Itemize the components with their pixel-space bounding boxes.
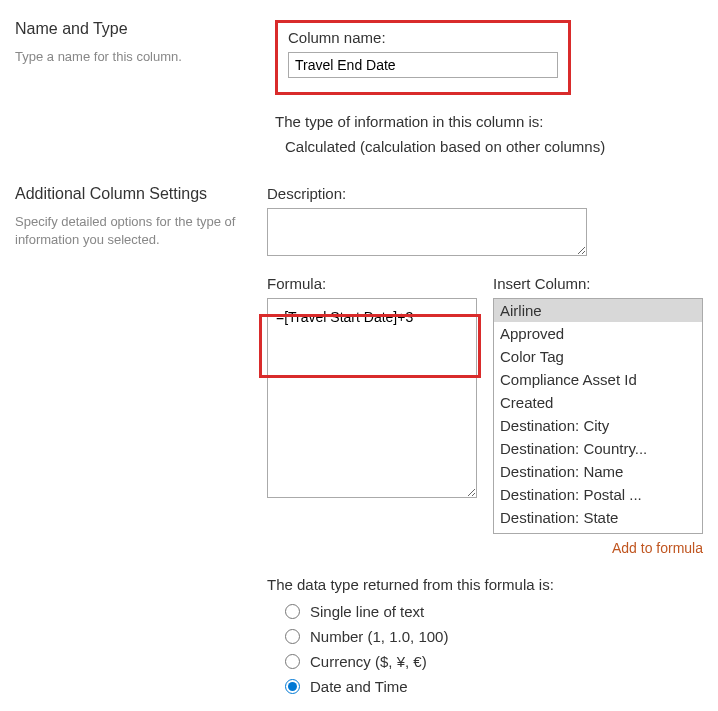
radio-number[interactable]: Number (1, 1.0, 100)	[285, 628, 703, 645]
additional-subtitle: Specify detailed options for the type of…	[15, 213, 247, 249]
column-name-highlight: Column name:	[275, 20, 571, 95]
name-type-subtitle: Type a name for this column.	[15, 48, 255, 66]
radio-currency-label: Currency ($, ¥, €)	[310, 653, 427, 670]
list-item[interactable]: Created	[494, 391, 702, 414]
radio-single-line-input[interactable]	[285, 604, 300, 619]
radio-single-line[interactable]: Single line of text	[285, 603, 703, 620]
datatype-label: The data type returned from this formula…	[267, 576, 703, 593]
formula-label: Formula:	[267, 275, 477, 292]
list-item[interactable]: Approved	[494, 322, 702, 345]
column-name-label: Column name:	[288, 29, 558, 46]
add-to-formula-link[interactable]: Add to formula	[493, 540, 703, 556]
list-item[interactable]: Destination: Country...	[494, 437, 702, 460]
formula-textarea[interactable]	[267, 298, 477, 498]
description-textarea[interactable]	[267, 208, 587, 256]
list-item[interactable]: Color Tag	[494, 345, 702, 368]
list-item[interactable]: Destination: Name	[494, 460, 702, 483]
radio-number-input[interactable]	[285, 629, 300, 644]
insert-column-listbox[interactable]: Airline Approved Color Tag Compliance As…	[493, 298, 703, 534]
additional-title: Additional Column Settings	[15, 185, 247, 203]
list-item[interactable]: Destination: State	[494, 506, 702, 529]
radio-single-line-label: Single line of text	[310, 603, 424, 620]
radio-currency-input[interactable]	[285, 654, 300, 669]
name-type-title: Name and Type	[15, 20, 255, 38]
radio-datetime-label: Date and Time	[310, 678, 408, 695]
description-label: Description:	[267, 185, 703, 202]
list-item[interactable]: Airline	[494, 299, 702, 322]
radio-datetime-input[interactable]	[285, 679, 300, 694]
list-item[interactable]: Destination: Postal ...	[494, 483, 702, 506]
type-info-label: The type of information in this column i…	[275, 113, 703, 130]
radio-datetime[interactable]: Date and Time	[285, 678, 703, 695]
radio-currency[interactable]: Currency ($, ¥, €)	[285, 653, 703, 670]
list-item[interactable]: Compliance Asset Id	[494, 368, 702, 391]
list-item[interactable]: Destination: City	[494, 414, 702, 437]
insert-column-label: Insert Column:	[493, 275, 703, 292]
radio-number-label: Number (1, 1.0, 100)	[310, 628, 448, 645]
column-name-input[interactable]	[288, 52, 558, 78]
type-info-value: Calculated (calculation based on other c…	[285, 138, 703, 155]
